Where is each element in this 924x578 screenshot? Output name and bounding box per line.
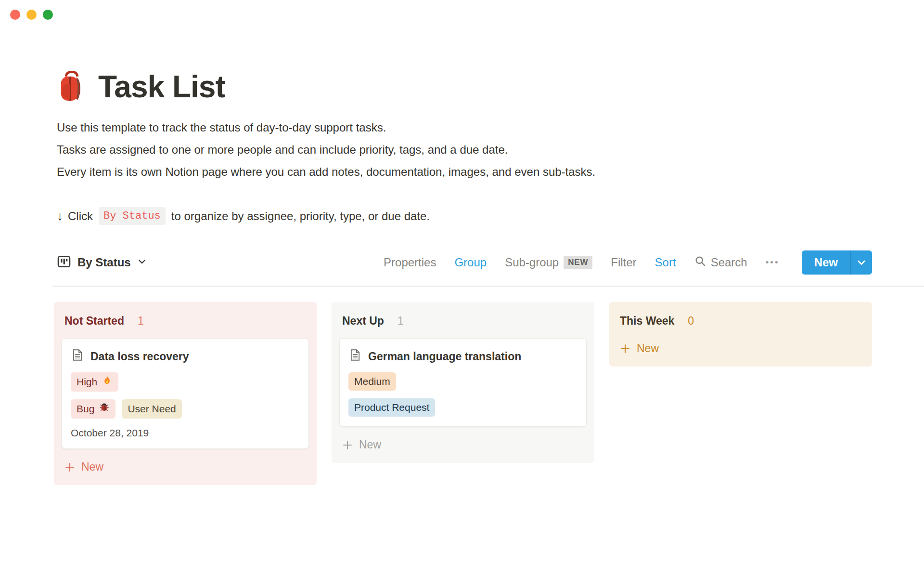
column-count: 1 — [398, 315, 404, 328]
add-card-button-not-started[interactable]: New — [62, 457, 309, 477]
new-feature-badge: NEW — [564, 256, 592, 269]
column-title: This Week — [620, 315, 674, 328]
page-icon — [348, 348, 362, 365]
callout-line: ↓ Click By Status to organize by assigne… — [57, 207, 872, 225]
new-button-dropdown[interactable] — [850, 250, 872, 275]
tag-medium-priority: Medium — [348, 372, 396, 391]
column-this-week: This Week 0 New — [609, 302, 872, 367]
page-title-row: Task List — [57, 68, 872, 105]
subgroup-label: Sub-group — [505, 256, 559, 269]
new-button-group: New — [802, 250, 872, 275]
close-window-button[interactable] — [10, 10, 20, 20]
chevron-down-icon — [137, 257, 147, 268]
page-icon — [71, 348, 84, 365]
zoom-window-button[interactable] — [43, 10, 53, 20]
tag-label: User Need — [128, 402, 176, 416]
column-count: 0 — [688, 315, 694, 328]
column-header: Next Up 1 — [339, 309, 587, 330]
tag-label: Product Request — [354, 401, 429, 414]
view-switcher[interactable]: By Status — [57, 254, 147, 271]
plus-icon — [620, 343, 630, 354]
add-card-button-next-up[interactable]: New — [339, 434, 587, 455]
page-title: Task List — [98, 68, 225, 105]
column-header: This Week 0 — [617, 309, 864, 330]
column-not-started: Not Started 1 Data loss recovery — [54, 302, 317, 485]
subgroup-button[interactable]: Sub-group NEW — [505, 256, 592, 269]
page-description: Use this template to track the status of… — [57, 117, 872, 183]
card-german-language-translation[interactable]: German language translation Medium Produ… — [339, 338, 587, 427]
card-title-text: Data loss recovery — [90, 350, 189, 363]
backpack-emoji-icon[interactable] — [57, 71, 87, 103]
notion-window: Task List Use this template to track the… — [0, 0, 924, 578]
description-line: Tasks are assigned to one or more people… — [57, 139, 872, 161]
kanban-board: Not Started 1 Data loss recovery — [54, 302, 872, 485]
window-controls — [10, 10, 53, 20]
tag-label: Medium — [354, 375, 390, 388]
plus-icon — [342, 440, 353, 450]
search-icon — [694, 255, 706, 270]
column-count: 1 — [138, 315, 144, 328]
card-title-text: German language translation — [368, 350, 521, 363]
description-line: Use this template to track the status of… — [57, 117, 872, 139]
fire-emoji-icon — [102, 375, 113, 389]
description-line: Every item is its own Notion page where … — [57, 161, 872, 183]
tag-label: High — [77, 375, 97, 389]
tag-bug: Bug — [71, 399, 116, 419]
properties-button[interactable]: Properties — [384, 256, 436, 269]
new-button[interactable]: New — [802, 250, 850, 275]
tag-user-need: User Need — [122, 399, 181, 419]
by-status-code-pill: By Status — [99, 207, 166, 225]
page-content: Task List Use this template to track the… — [57, 68, 872, 485]
add-card-label: New — [81, 460, 103, 473]
ladybug-emoji-icon — [99, 402, 110, 416]
column-next-up: Next Up 1 German language translation — [332, 302, 594, 463]
tag-high-priority: High — [71, 372, 118, 392]
tag-product-request: Product Request — [348, 398, 435, 417]
tag-label: Bug — [77, 402, 94, 416]
search-button[interactable]: Search — [694, 255, 747, 270]
more-options-button[interactable]: ••• — [766, 257, 780, 268]
callout-pre-text: Click — [68, 210, 93, 223]
view-label: By Status — [77, 256, 131, 269]
add-card-label: New — [359, 438, 381, 451]
card-due-date: October 28, 2019 — [71, 427, 300, 439]
column-title: Not Started — [64, 315, 124, 328]
sort-button[interactable]: Sort — [655, 256, 676, 269]
board-view-icon — [57, 254, 71, 271]
down-arrow-icon: ↓ — [57, 209, 63, 223]
toolbar-controls: Properties Group Sub-group NEW Filter So… — [384, 250, 872, 275]
filter-button[interactable]: Filter — [611, 256, 636, 269]
minimize-window-button[interactable] — [26, 10, 37, 20]
column-header: Not Started 1 — [62, 309, 309, 330]
plus-icon — [64, 462, 75, 473]
add-card-button-this-week[interactable]: New — [617, 338, 864, 359]
card-data-loss-recovery[interactable]: Data loss recovery High — [62, 338, 309, 449]
group-button[interactable]: Group — [454, 256, 487, 269]
view-toolbar: By Status Properties Group Sub-group NEW… — [57, 250, 872, 275]
column-title: Next Up — [342, 315, 384, 328]
add-card-label: New — [637, 342, 659, 355]
search-label: Search — [711, 256, 747, 269]
toolbar-divider — [52, 286, 924, 287]
callout-post-text: to organize by assignee, priority, type,… — [171, 210, 430, 223]
